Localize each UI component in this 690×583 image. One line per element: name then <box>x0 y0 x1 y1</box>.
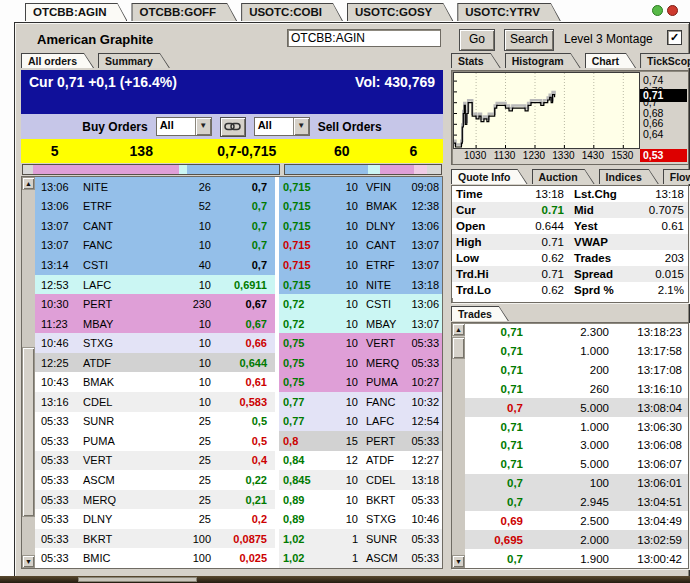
ask-mmid: PERT <box>358 435 404 447</box>
ask-time: 13:07 <box>404 239 442 251</box>
bid-size: 52 <box>155 200 211 212</box>
orderbook-row[interactable]: 05:33 PUMA 25 0,5 0,8 15 PERT 05:33 <box>35 431 442 451</box>
link-filters-button[interactable] <box>220 117 246 137</box>
symbol-tab-otcbb-goff[interactable]: OTCBB:GOFF <box>131 3 237 21</box>
orderbook-row[interactable]: 05:33 MERQ 25 0,21 0,89 10 BKRT 05:33 <box>35 490 442 510</box>
orderbook-row[interactable]: 05:33 VERT 25 0,4 0,84 12 ATDF 12:27 <box>35 451 442 471</box>
buy-filter-select[interactable]: All ▼ <box>156 117 212 136</box>
view-tab-all-orders[interactable]: All orders <box>21 53 94 68</box>
bid-price: 0,5 <box>211 415 275 427</box>
scroll-up-button[interactable]: ▲ <box>452 323 465 336</box>
trade-row[interactable]: 0,7 1.900 13:00:42 <box>465 549 688 568</box>
analysis-tab-histogram[interactable]: Histogram <box>505 53 581 68</box>
analysis-tab-stats[interactable]: Stats <box>451 53 501 68</box>
bid-side: 13:07 CANT 10 0,7 <box>35 216 275 236</box>
orderbook-row[interactable]: 10:43 BMAK 10 0,61 0,75 10 PUMA 10:27 <box>35 372 442 392</box>
search-button[interactable]: Search <box>504 29 554 51</box>
ask-price: 0,89 <box>279 513 329 525</box>
chevron-down-icon[interactable]: ▼ <box>293 118 309 135</box>
level3-montage-checkbox[interactable]: ✓ <box>667 30 682 45</box>
symbol-tab-usotc-cobi[interactable]: USOTC:COBI <box>241 3 343 21</box>
quote-label: Trd.Lo <box>452 284 510 296</box>
bid-price: 0,644 <box>211 357 275 369</box>
symbol-tab-usotc-gosy[interactable]: USOTC:GOSY <box>347 3 453 21</box>
quote-value: 0.71 <box>510 236 564 248</box>
trade-row[interactable]: 0,71 1.000 13:06:30 <box>465 417 688 436</box>
view-tab-summary[interactable]: Summary <box>98 53 170 68</box>
quote-tab-flow[interactable]: Flow <box>663 169 690 184</box>
trade-row[interactable]: 0,71 3.000 13:06:08 <box>465 436 688 455</box>
orderbook-row[interactable]: 11:23 MBAY 10 0,67 0,72 10 MBAY 13:07 <box>35 314 442 334</box>
analysis-tab-chart[interactable]: Chart <box>585 53 636 68</box>
quote-tab-auction[interactable]: Auction <box>532 169 595 184</box>
trade-row[interactable]: 0,7 2.945 13:04:51 <box>465 493 688 512</box>
quote-tab-indices[interactable]: Indices <box>599 169 659 184</box>
bid-time: 05:33 <box>35 552 75 564</box>
trade-row[interactable]: 0,71 200 13:17:08 <box>465 361 688 380</box>
orderbook-scrollbar[interactable]: ▲ ▼ <box>22 177 35 568</box>
orderbook-row[interactable]: 12:53 LAFC 10 0,6911 0,715 10 NITE 13:18 <box>35 275 442 295</box>
scroll-down-button[interactable]: ▼ <box>452 555 465 568</box>
trade-row[interactable]: 0,71 2.300 13:18:23 <box>465 323 688 342</box>
ask-size: 12 <box>329 454 358 466</box>
depth-indicator-row <box>21 163 443 176</box>
orderbook-panel: Cur 0,71 +0,1 (+16.4%) Vol: 430,769 Buy … <box>21 70 443 569</box>
horizontal-scrollbar-thumb[interactable] <box>78 577 197 582</box>
bid-size: 138 <box>89 143 195 159</box>
orderbook-row[interactable]: 13:06 NITE 26 0,7 0,715 10 VFIN 09:08 <box>35 177 442 197</box>
ask-mmid: CANT <box>358 239 404 251</box>
bid-side: 05:33 ASCM 25 0,22 <box>35 470 275 490</box>
orderbook-row[interactable]: 10:46 STXG 10 0,66 0,75 10 VERT 05:33 <box>35 333 442 353</box>
orderbook-row[interactable]: 05:33 ASCM 25 0,22 0,845 10 CDEL 13:18 <box>35 470 442 490</box>
ask-side: 0,715 10 DLNY 13:06 <box>279 216 442 236</box>
orderbook-row[interactable]: 13:14 CSTI 40 0,7 0,715 10 ETRF 13:07 <box>35 255 442 275</box>
symbol-tab-otcbb-agin[interactable]: OTCBB:AGIN <box>25 3 127 21</box>
orderbook-row[interactable]: 05:33 DLNY 25 0,2 0,89 10 STXG 10:46 <box>35 509 442 529</box>
trade-row[interactable]: 0,7 5.000 13:08:04 <box>465 398 688 417</box>
ask-side: 0,8 15 PERT 05:33 <box>279 431 442 451</box>
bid-price: 0,583 <box>211 396 275 408</box>
panel-tab-trades[interactable]: Trades <box>451 306 509 321</box>
symbol-tab-usotc-ytrv[interactable]: USOTC:YTRV <box>457 3 561 21</box>
ask-side: 0,72 10 CSTI 13:06 <box>279 294 442 314</box>
x-tick-label: 1030 <box>464 150 486 161</box>
go-button[interactable]: Go <box>459 29 495 51</box>
trades-tab: Trades <box>451 306 513 321</box>
scroll-down-button[interactable]: ▼ <box>22 555 35 568</box>
bid-time: 13:07 <box>35 220 75 232</box>
bid-time: 13:07 <box>35 239 75 251</box>
price-marker: 0,53 <box>640 149 687 162</box>
bid-ask-prices: 0,7-0,715 <box>194 143 300 159</box>
analysis-tabs: StatsHistogramChartTickScope <box>451 53 690 68</box>
trade-row[interactable]: 0,695 2.000 13:02:59 <box>465 530 688 549</box>
bid-mmid: DLNY <box>75 513 155 525</box>
orderbook-row[interactable]: 10:30 PERT 230 0,67 0,72 10 CSTI 13:06 <box>35 294 442 314</box>
quote-tab-quote-info[interactable]: Quote Info <box>451 169 528 184</box>
orderbook-row[interactable]: 05:33 SUNR 25 0,5 0,77 10 LAFC 12:54 <box>35 412 442 432</box>
chevron-down-icon[interactable]: ▼ <box>195 118 211 135</box>
trade-row[interactable]: 0,71 260 13:16:10 <box>465 380 688 399</box>
scrollbar-thumb[interactable] <box>22 347 35 517</box>
orderbook-row[interactable]: 13:07 FANC 10 0,7 0,715 10 CANT 13:07 <box>35 236 442 256</box>
orderbook-row[interactable]: 13:16 CDEL 10 0,583 0,77 10 FANC 10:32 <box>35 392 442 412</box>
orderbook-view-tabs: All ordersSummary <box>21 53 174 68</box>
analysis-tab-tickscope[interactable]: TickScope <box>640 53 690 68</box>
trade-row[interactable]: 0,71 5.000 13:06:07 <box>465 455 688 474</box>
orderbook-row[interactable]: 13:07 CANT 10 0,7 0,715 10 DLNY 13:06 <box>35 216 442 236</box>
scroll-up-button[interactable]: ▲ <box>22 177 35 190</box>
trade-row[interactable]: 0,69 2.500 13:04:49 <box>465 511 688 530</box>
trade-row[interactable]: 0,71 1.000 13:17:58 <box>465 342 688 361</box>
trades-scrollbar[interactable]: ▲ ▼ <box>452 323 465 568</box>
sell-filter-select[interactable]: All ▼ <box>254 117 310 136</box>
bid-mmid: ETRF <box>75 200 155 212</box>
orderbook-row[interactable]: 12:25 ATDF 10 0,644 0,75 10 MERQ 05:33 <box>35 353 442 373</box>
orderbook-row[interactable]: 05:33 BMIC 100 0,025 1,02 1 ASCM 05:33 <box>35 548 442 568</box>
bid-price: 0,67 <box>211 298 275 310</box>
orderbook-row[interactable]: 05:33 BKRT 100 0,0875 1,02 1 SUNR 05:33 <box>35 529 442 549</box>
orderbook-row[interactable]: 13:06 ETRF 52 0,7 0,715 10 BMAK 12:38 <box>35 197 442 217</box>
scrollbar-thumb[interactable] <box>452 337 465 359</box>
trade-price: 0,71 <box>465 458 523 470</box>
trade-row[interactable]: 0,7 100 13:06:01 <box>465 474 688 493</box>
ask-time: 05:33 <box>404 494 442 506</box>
symbol-input[interactable] <box>287 29 441 47</box>
